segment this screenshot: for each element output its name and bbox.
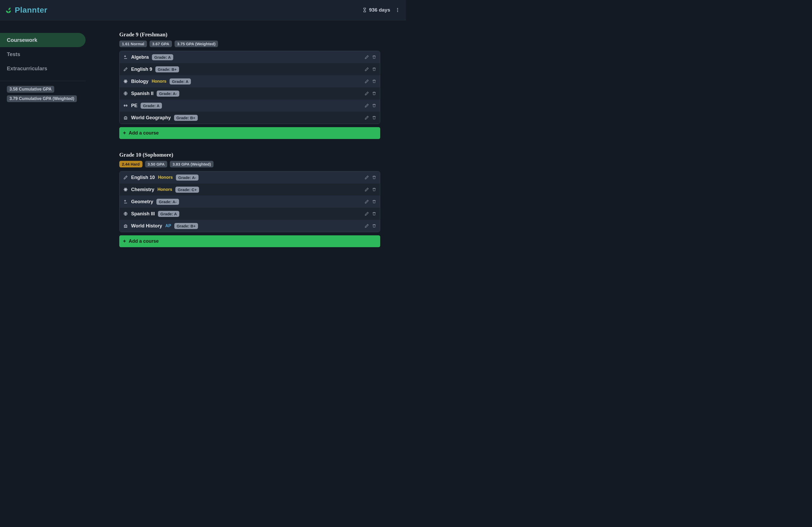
- delete-course-button[interactable]: [372, 175, 376, 179]
- sidebar-item-extracurriculars[interactable]: Extracurriculars: [0, 61, 86, 75]
- course-actions: [365, 67, 376, 71]
- course-grade-badge: Grade: B+: [174, 223, 198, 229]
- edit-course-button[interactable]: [365, 103, 369, 108]
- svg-point-0: [397, 8, 398, 9]
- edit-course-button[interactable]: [365, 55, 369, 59]
- course-grade-badge: Grade: B+: [174, 115, 198, 121]
- grade-title: Grade 9 (Freshman): [119, 31, 380, 38]
- course-name: Spanish II: [131, 91, 154, 96]
- delete-course-button[interactable]: [372, 224, 376, 228]
- dumbbell-icon: [123, 103, 128, 108]
- course-grade-badge: Grade: A: [152, 54, 173, 60]
- course-level-badge: Honors: [158, 175, 173, 180]
- course-row: PEGrade: A: [119, 100, 380, 112]
- course-actions: [365, 224, 376, 228]
- delete-course-button[interactable]: [372, 187, 376, 192]
- cumulative-gpa-chip: 3.58 Cumulative GPA: [7, 86, 54, 93]
- delete-course-button[interactable]: [372, 200, 376, 204]
- course-grade-badge: Grade: A: [170, 78, 191, 85]
- course-grade-badge: Grade: A: [158, 211, 179, 217]
- edit-course-button[interactable]: [365, 67, 369, 71]
- logo: Plannter: [5, 5, 47, 14]
- atom-icon: [123, 187, 128, 192]
- svg-rect-11: [126, 104, 127, 107]
- svg-rect-8: [124, 105, 124, 106]
- course-name: English 9: [131, 67, 152, 72]
- plus-icon: +: [123, 238, 126, 244]
- add-course-button[interactable]: +Add a course: [119, 127, 380, 139]
- course-row: World GeographyGrade: B+: [119, 112, 380, 124]
- sidebar-item-tests[interactable]: Tests: [0, 47, 86, 61]
- course-list: AlgebraGrade: AEnglish 9Grade: B+Biology…: [119, 51, 380, 124]
- course-row: ChemistryHonorsGrade: C+: [119, 184, 380, 195]
- course-actions: [365, 116, 376, 120]
- course-row: Spanish IIGrade: A-: [119, 87, 380, 100]
- course-actions: [365, 187, 376, 192]
- sidebar-item-coursework[interactable]: Coursework: [0, 33, 86, 47]
- add-course-button[interactable]: +Add a course: [119, 235, 380, 247]
- grade-stats-row: 2.44 Hard3.50 GPA3.83 GPA (Weighted): [119, 161, 380, 167]
- more-menu-button[interactable]: [394, 6, 401, 14]
- pencil-icon: [123, 175, 128, 179]
- days-countdown: 936 days: [362, 7, 390, 13]
- delete-course-button[interactable]: [372, 67, 376, 71]
- edit-course-button[interactable]: [365, 79, 369, 84]
- course-actions: [365, 79, 376, 84]
- course-level-badge: AP: [165, 223, 171, 228]
- grade-stat-chip: 1.61 Normal: [119, 41, 147, 47]
- globe-icon: [123, 211, 128, 216]
- course-name: English 10: [131, 175, 155, 180]
- course-name: Chemistry: [131, 187, 154, 192]
- edit-course-button[interactable]: [365, 211, 369, 216]
- delete-course-button[interactable]: [372, 211, 376, 216]
- course-row: English 10HonorsGrade: A-: [119, 171, 380, 184]
- course-row: AlgebraGrade: A: [119, 51, 380, 63]
- app-name: Plannter: [15, 5, 47, 14]
- course-actions: [365, 175, 376, 179]
- course-actions: [365, 91, 376, 96]
- grade-block: Grade 10 (Sophomore)2.44 Hard3.50 GPA3.8…: [119, 152, 380, 247]
- sidebar: CourseworkTestsExtracurriculars 3.58 Cum…: [0, 20, 86, 263]
- grade-title: Grade 10 (Sophomore): [119, 152, 380, 158]
- grade-block: Grade 9 (Freshman)1.61 Normal3.67 GPA3.7…: [119, 31, 380, 139]
- svg-point-3: [125, 81, 126, 82]
- edit-course-button[interactable]: [365, 187, 369, 192]
- course-row: Spanish IIIGrade: A: [119, 208, 380, 220]
- add-course-label: Add a course: [129, 130, 159, 136]
- course-name: Biology: [131, 79, 148, 84]
- course-level-badge: Honors: [157, 187, 172, 192]
- svg-point-2: [397, 11, 398, 12]
- course-row: English 9Grade: B+: [119, 63, 380, 75]
- delete-course-button[interactable]: [372, 55, 376, 59]
- course-list: English 10HonorsGrade: A-ChemistryHonors…: [119, 171, 380, 232]
- edit-course-button[interactable]: [365, 116, 369, 120]
- course-grade-badge: Grade: A-: [156, 199, 179, 205]
- course-name: PE: [131, 103, 137, 108]
- course-grade-badge: Grade: A: [141, 103, 162, 109]
- edit-course-button[interactable]: [365, 91, 369, 96]
- delete-course-button[interactable]: [372, 103, 376, 108]
- edit-course-button[interactable]: [365, 224, 369, 228]
- course-row: BiologyHonorsGrade: A: [119, 75, 380, 87]
- delete-course-button[interactable]: [372, 79, 376, 84]
- delete-course-button[interactable]: [372, 91, 376, 96]
- course-actions: [365, 103, 376, 108]
- course-name: Geometry: [131, 199, 153, 205]
- edit-course-button[interactable]: [365, 200, 369, 204]
- delete-course-button[interactable]: [372, 116, 376, 120]
- course-name: World Geography: [131, 115, 171, 120]
- course-name: World History: [131, 223, 162, 229]
- cumulative-gpa-weighted-chip: 3.79 Cumulative GPA (Weighted): [7, 95, 77, 102]
- edit-course-button[interactable]: [365, 175, 369, 179]
- plus-icon: +: [123, 130, 126, 136]
- course-grade-badge: Grade: A-: [157, 90, 179, 97]
- course-actions: [365, 211, 376, 216]
- atom-icon: [123, 79, 128, 84]
- days-count-label: 936 days: [369, 7, 390, 13]
- grade-stat-chip: 3.50 GPA: [145, 161, 168, 167]
- app-header: Plannter 936 days: [0, 0, 406, 20]
- course-grade-badge: Grade: C+: [175, 187, 199, 193]
- building-icon: [123, 224, 128, 228]
- main-content: Grade 9 (Freshman)1.61 Normal3.67 GPA3.7…: [86, 20, 406, 263]
- grade-stat-chip: 2.44 Hard: [119, 161, 143, 167]
